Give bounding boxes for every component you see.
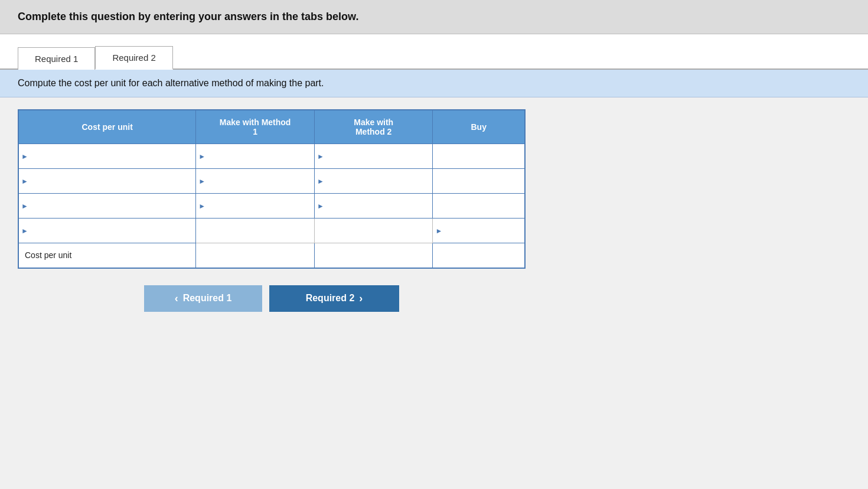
row3-buy-cell[interactable] [433,194,525,219]
row3-method1-input[interactable] [196,194,314,218]
header-bar: Complete this question by entering your … [0,0,868,34]
row1-buy-input[interactable] [433,144,524,168]
row2-buy-input[interactable] [433,169,524,193]
row2-method1-input[interactable] [196,169,314,193]
row3-buy-input[interactable] [433,194,524,218]
cost-table: Cost per unit Make with Method1 Make wit… [18,109,526,269]
row1-method2-input[interactable] [315,144,433,168]
page-wrapper: Complete this question by entering your … [0,0,868,489]
total-method1-cell[interactable] [196,243,315,268]
row2-method2-input[interactable] [315,169,433,193]
row1-cost-cell[interactable]: ► [18,144,196,169]
row3-cost-cell[interactable]: ► [18,194,196,219]
total-buy-cell[interactable] [433,243,525,268]
row4-cost-cell[interactable]: ► [18,219,196,243]
row1-method1-input[interactable] [196,144,314,168]
row2-cost-input[interactable] [19,169,195,193]
col-header-cost: Cost per unit [18,110,196,144]
row4-buy-input[interactable] [433,219,524,243]
row1-buy-cell[interactable] [433,144,525,169]
instruction-bar: Compute the cost per unit for each alter… [0,70,868,97]
tab-required-2[interactable]: Required 2 [95,46,172,70]
instruction-text: Compute the cost per unit for each alter… [18,78,324,88]
table-header-row: Cost per unit Make with Method1 Make wit… [18,110,525,144]
table-row: ► ► ► [18,169,525,194]
total-buy-input[interactable] [433,243,524,268]
row3-method1-cell[interactable]: ► [196,194,315,219]
row4-method1-input[interactable] [196,219,314,243]
next-button-label: Required 2 [306,293,355,304]
col-header-method2: Make withMethod 2 [314,110,433,144]
row1-cost-input[interactable] [19,144,195,168]
row2-method1-cell[interactable]: ► [196,169,315,194]
row4-method2-input[interactable] [315,219,433,243]
row4-method1-cell[interactable] [196,219,315,243]
row3-method2-input[interactable] [315,194,433,218]
tabs-area: Required 1 Required 2 [0,34,868,70]
row2-method2-cell[interactable]: ► [314,169,433,194]
prev-chevron-icon: ‹ [175,292,178,305]
nav-buttons: ‹ Required 1 Required 2 › [18,285,526,312]
table-row-total: Cost per unit [18,243,525,268]
row3-method2-cell[interactable]: ► [314,194,433,219]
row3-cost-input[interactable] [19,194,195,218]
next-button[interactable]: Required 2 › [269,285,399,312]
col-header-buy: Buy [433,110,525,144]
total-method2-input[interactable] [315,243,433,268]
col-header-method1: Make with Method1 [196,110,315,144]
total-label: Cost per unit [18,243,196,268]
row1-method2-cell[interactable]: ► [314,144,433,169]
table-row: ► ► ► [18,194,525,219]
total-method1-input[interactable] [196,243,314,268]
header-title: Complete this question by entering your … [18,11,358,22]
next-chevron-icon: › [359,292,363,305]
table-row: ► ► [18,219,525,243]
prev-button[interactable]: ‹ Required 1 [144,285,262,312]
prev-button-label: Required 1 [183,293,232,304]
row4-buy-cell[interactable]: ► [433,219,525,243]
total-method2-cell[interactable] [314,243,433,268]
row1-method1-cell[interactable]: ► [196,144,315,169]
tab-required-1[interactable]: Required 1 [18,47,95,70]
tabs-row: Required 1 Required 2 [18,45,850,69]
row2-cost-cell[interactable]: ► [18,169,196,194]
main-content: Cost per unit Make with Method1 Make wit… [0,97,868,330]
table-row: ► ► ► [18,144,525,169]
row4-cost-input[interactable] [19,219,195,243]
row2-buy-cell[interactable] [433,169,525,194]
row4-method2-cell[interactable] [314,219,433,243]
